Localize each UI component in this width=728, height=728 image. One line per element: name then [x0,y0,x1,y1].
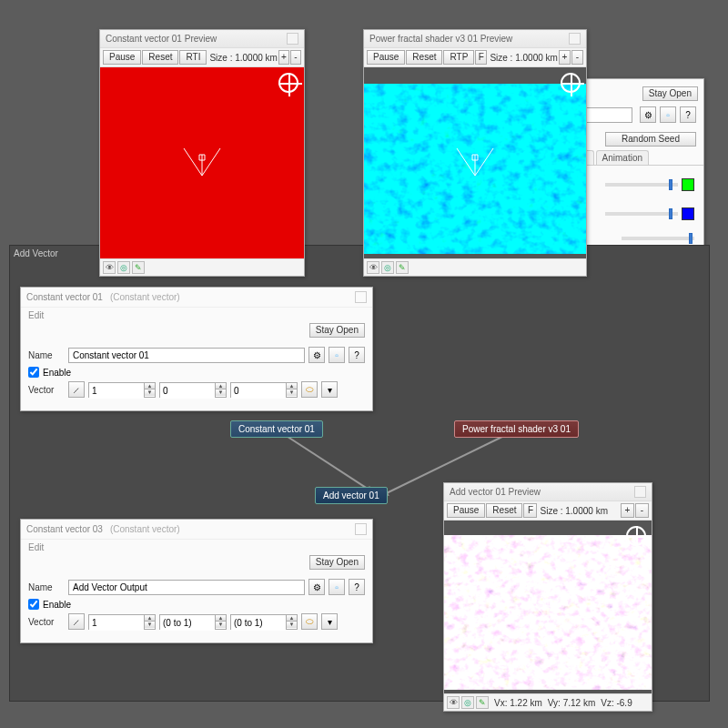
preview-footer: 👁 ◎ ✎ Vx: 1.22 km Vy: 7.12 km Vz: -6.9 [444,693,652,711]
preview-toolbar: Pause Reset F Size : 1.0000 km + - [444,501,652,521]
eye-icon[interactable]: 👁 [367,261,379,274]
vector-x-spinner[interactable]: ▲▼ [88,614,156,630]
close-icon[interactable] [355,291,367,303]
param-icon[interactable]: ⟋ [68,613,85,630]
image-icon[interactable]: ▫ [329,579,345,595]
preview-toolbar: Pause Reset RTP F Size : 1.0000 km + - [364,48,586,67]
close-icon[interactable] [569,33,581,45]
eye-icon[interactable]: 👁 [103,261,116,274]
vector-label: Vector [28,617,65,627]
preview-panel-constant-vector-01: Constant vector 01 Preview Pause Reset R… [99,29,305,277]
link-icon[interactable]: ⬭ [301,381,318,398]
enable-label: Enable [43,368,71,378]
panel-type: (Constant vector) [110,524,180,534]
node-add-vector-01[interactable]: Add vector 01 [315,487,388,504]
slider-low-colour[interactable] [605,212,678,216]
vector-label: Vector [28,385,65,395]
size-minus-button[interactable]: - [290,50,301,65]
help-icon[interactable]: ? [680,106,696,123]
preview-panel-power-fractal: Power fractal shader v3 01 Preview Pause… [363,29,587,277]
preview-toolbar: Pause Reset RTI Size : 1.0000 km + - [100,48,304,67]
vector-z-spinner[interactable]: ▲▼ [230,614,298,630]
reset-button[interactable]: Reset [142,50,178,65]
compass-icon [561,73,581,93]
random-seed-button[interactable]: Random Seed [605,132,696,147]
preview-footer: 👁 ◎ ✎ [100,258,304,276]
preview-viewport[interactable] [364,67,586,258]
panel-title: Constant vector 01 Preview [106,34,217,44]
name-label: Name [28,350,65,360]
image-icon[interactable]: ▫ [329,347,345,363]
stay-open-button[interactable]: Stay Open [309,555,365,570]
brush-icon[interactable]: ✎ [396,261,409,274]
panel-title: Constant vector 03 [26,524,103,534]
flag-button[interactable]: F [523,503,537,518]
size-minus-button[interactable]: - [571,50,583,65]
stay-open-button[interactable]: Stay Open [642,86,698,101]
param-icon[interactable]: ⟋ [68,381,85,398]
size-plus-button[interactable]: + [559,50,571,65]
rtp-button[interactable]: RTP [443,50,474,65]
status-vz: Vz: -6.9 [601,698,632,708]
chevron-down-icon[interactable]: ▾ [321,381,338,398]
pause-button[interactable]: Pause [367,50,405,65]
close-icon[interactable] [287,33,298,45]
vector-y-spinner[interactable]: ▲▼ [159,382,227,398]
preview-viewport[interactable] [100,67,304,258]
slider-param-3[interactable] [622,237,694,240]
colour-swatch-high[interactable] [682,178,694,191]
help-icon[interactable]: ? [349,347,365,363]
gear-icon[interactable]: ⚙ [308,347,325,363]
size-label: Size : 1.0000 km [209,53,277,63]
pause-button[interactable]: Pause [103,50,141,65]
tab-animation[interactable]: Animation [596,150,649,165]
name-field[interactable] [68,348,305,363]
gear-icon[interactable]: ⚙ [308,579,325,595]
stay-open-button[interactable]: Stay Open [309,323,365,338]
gear-icon[interactable]: ⚙ [640,106,656,123]
name-field[interactable] [68,580,305,595]
flag-button[interactable]: F [475,50,487,65]
target-icon[interactable]: ◎ [381,261,394,274]
size-plus-button[interactable]: + [278,50,289,65]
eye-icon[interactable]: 👁 [447,696,460,709]
vector-x-spinner[interactable]: ▲▼ [88,382,156,398]
size-minus-button[interactable]: - [635,503,649,518]
preview-render-red [100,67,304,258]
brush-icon[interactable]: ✎ [132,261,145,274]
node-constant-vector-01[interactable]: Constant vector 01 [230,420,323,438]
svg-marker-1 [457,548,645,676]
preview-panel-add-vector: Add vector 01 Preview Pause Reset F Size… [443,482,652,712]
close-icon[interactable] [634,486,646,498]
reset-button[interactable]: Reset [406,50,442,65]
vector-y-spinner[interactable]: ▲▼ [159,614,227,630]
preview-footer: 👁 ◎ ✎ [364,258,586,276]
vector-z-spinner[interactable]: ▲▼ [230,382,298,398]
edit-label: Edit [28,542,44,552]
terrain-render [444,521,652,693]
graph-title: Add Vector [14,248,58,258]
enable-checkbox[interactable] [28,367,39,378]
reset-button[interactable]: Reset [486,503,522,518]
target-icon[interactable]: ◎ [461,696,474,709]
slider-high-colour[interactable] [605,183,678,187]
terrain-render [364,67,586,258]
chevron-down-icon[interactable]: ▾ [321,613,338,630]
size-label: Size : 1.0000 km [490,53,557,63]
compass-icon [278,73,298,93]
node-power-fractal-01[interactable]: Power fractal shader v3 01 [454,420,579,438]
brush-icon[interactable]: ✎ [476,696,489,709]
rtp-button[interactable]: RTI [179,50,207,65]
pause-button[interactable]: Pause [447,503,485,518]
preview-viewport[interactable] [444,521,652,693]
link-icon[interactable]: ⬭ [301,613,318,630]
enable-checkbox[interactable] [28,599,39,610]
svg-marker-0 [378,98,580,239]
size-plus-button[interactable]: + [621,503,634,518]
target-icon[interactable]: ◎ [117,261,130,274]
close-icon[interactable] [355,523,367,535]
help-icon[interactable]: ? [349,579,365,595]
image-icon[interactable]: ▫ [660,106,676,123]
name-label: Name [28,582,65,592]
colour-swatch-low[interactable] [682,207,694,220]
